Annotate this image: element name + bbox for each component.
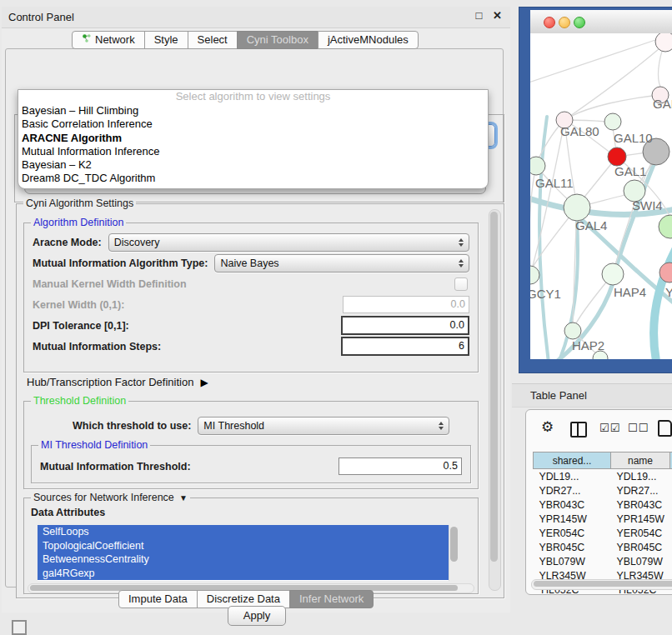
combo-stepper-icon [459, 259, 464, 268]
tab-jactivemnodules[interactable]: jActiveMNodules [318, 31, 419, 49]
mi-steps-input[interactable]: 6 [341, 337, 469, 356]
algorithm-select-placeholder: Select algorithm to view settings [18, 90, 488, 104]
network-node-gal1[interactable] [608, 148, 626, 166]
tab-label: Style [154, 33, 178, 46]
settings-scrollbar[interactable] [489, 209, 501, 591]
table-cell: YDL19... [534, 469, 611, 484]
attributes-scrollbar[interactable] [449, 525, 459, 581]
collapse-down-icon: ▼ [177, 493, 188, 502]
algorithm-option[interactable]: Dream8 DC_TDC Algorithm [18, 172, 488, 185]
network-view-window: GALGAL80GAL10GAL1GAL11SWI4GAL4GCY1HAP4YH… [519, 7, 672, 373]
settings-gear-icon[interactable]: ⚙ [541, 418, 554, 436]
table-row[interactable]: YDR27...YDR27...12 [534, 483, 672, 498]
tab-infer-network[interactable]: Infer Network [289, 590, 374, 608]
table-cell: YBR045C [611, 540, 670, 554]
algorithm-definition-group: Algorithm Definition Aracne Mode: Discov… [23, 222, 479, 372]
select-none-unchecked-icon[interactable]: ☐☐ [628, 422, 649, 434]
mi-steps-label: Mutual Information Steps: [33, 341, 161, 352]
aracne-mode-select[interactable]: Discovery [108, 233, 469, 252]
control-panel-title: Control Panel [8, 11, 74, 23]
table-row[interactable]: YBR045CYBR045C9. [534, 540, 672, 554]
network-node-hap2[interactable] [564, 322, 581, 339]
algorithm-dropdown-popup: Select algorithm to view settings Bayesi… [18, 89, 489, 189]
network-node-gcy1[interactable] [530, 266, 539, 284]
table-hscrollbar-thumb[interactable] [534, 581, 672, 587]
mi-type-select[interactable]: Naive Bayes [214, 254, 469, 272]
network-node[interactable] [655, 33, 672, 52]
table-hscrollbar[interactable] [531, 579, 672, 590]
sources-legend-text: Sources for Network Inference [33, 492, 174, 503]
which-threshold-label: Which threshold to use: [73, 420, 191, 432]
network-icon [82, 33, 92, 46]
split-columns-icon[interactable] [570, 422, 587, 438]
table-row[interactable]: YDL19...YDL19...13 [534, 469, 672, 484]
table-cell: YBR043C [534, 498, 611, 512]
apply-button[interactable]: Apply [228, 606, 286, 626]
algorithm-option[interactable]: Mutual Information Inference [18, 145, 488, 158]
network-window-titlebar[interactable] [530, 10, 672, 33]
sources-group: Sources for Network Inference ▼ Data Att… [23, 498, 479, 594]
data-attributes-list: SelfLoopsTopologicalCoefficientBetweenne… [38, 525, 449, 581]
network-node-gal10[interactable] [604, 113, 621, 130]
node-label: GAL [653, 97, 672, 111]
dpi-tolerance-input[interactable]: 0.0 [341, 316, 469, 335]
network-node-gal4[interactable] [564, 194, 590, 221]
tab-select[interactable]: Select [188, 31, 238, 49]
kernel-width-input[interactable]: 0.0 [343, 296, 469, 313]
table-cell: YPR145W [534, 512, 611, 526]
attribute-item[interactable]: BetweennessCentrality [38, 552, 449, 567]
expand-right-icon: ▶ [200, 377, 208, 388]
column-header[interactable]: name [611, 452, 670, 469]
hub-definition-label: Hub/Transcription Factor Definition [27, 376, 193, 388]
file-icon[interactable] [658, 420, 672, 437]
attribute-item[interactable]: TopologicalCoefficient [38, 539, 449, 553]
sources-legend[interactable]: Sources for Network Inference ▼ [31, 492, 190, 503]
cyni-settings-legend: Cyni Algorithm Settings [23, 198, 136, 209]
network-node-hap4[interactable] [602, 263, 624, 285]
network-node[interactable] [659, 215, 672, 238]
tab-network[interactable]: Network [72, 31, 145, 49]
table-cell: YBR043C [611, 498, 670, 512]
mi-threshold-input[interactable]: 0.5 [339, 458, 462, 475]
tab-label: Impute Data [128, 592, 188, 605]
algorithm-option[interactable]: Basic Correlation Inference [18, 118, 488, 131]
algorithm-option[interactable]: ARACNE Algorithm [18, 132, 488, 145]
minimize-traffic-light-icon[interactable] [559, 17, 570, 28]
collapsed-panel-button[interactable] [12, 620, 27, 635]
attribute-item[interactable]: SelfLoops [38, 525, 449, 539]
screen: Control Panel □ ✕ NetworkStyleSelectCyni… [0, 0, 672, 635]
table-panel-title: Table Panel [530, 389, 587, 402]
manual-kernel-checkbox[interactable] [454, 278, 468, 291]
node-label: GAL80 [560, 124, 599, 138]
hub-definition-expander[interactable]: Hub/Transcription Factor Definition ▶ [27, 376, 208, 388]
algorithm-option[interactable]: Bayesian – K2 [18, 158, 488, 172]
settings-scrollbar-thumb[interactable] [490, 212, 498, 562]
node-label: GAL1 [614, 164, 646, 178]
tab-impute-data[interactable]: Impute Data [118, 590, 198, 608]
float-window-icon[interactable]: □ [476, 9, 483, 22]
algorithm-option[interactable]: Bayesian – Hill Climbing [18, 104, 488, 118]
table-cell: YBR045C [534, 540, 611, 554]
zoom-traffic-light-icon[interactable] [574, 17, 585, 28]
network-canvas[interactable]: GALGAL80GAL10GAL1GAL11SWI4GAL4GCY1HAP4YH… [530, 33, 672, 359]
node-label: Y [665, 285, 672, 299]
table-cell: YPR145W [611, 512, 670, 526]
table-row[interactable]: YPR145WYPR145W9. [534, 512, 672, 526]
which-threshold-value: MI Threshold [203, 420, 439, 432]
kernel-width-label: Kernel Width (0,1): [33, 299, 124, 311]
select-all-checked-icon[interactable]: ☑☑ [599, 422, 620, 434]
tab-cyni-toolbox[interactable]: Cyni Toolbox [237, 31, 318, 49]
table-row[interactable]: YBR043CYBR043C [534, 498, 672, 512]
tab-label: Cyni Toolbox [247, 33, 308, 46]
which-threshold-select[interactable]: MI Threshold [198, 417, 449, 435]
network-node-gal11[interactable] [530, 157, 545, 175]
algorithm-definition-legend: Algorithm Definition [31, 217, 126, 228]
tab-style[interactable]: Style [144, 31, 188, 49]
column-header[interactable]: shared... [534, 452, 611, 469]
table-row[interactable]: YER054CYER054C8. [534, 526, 672, 540]
attributes-scrollbar-thumb[interactable] [450, 527, 458, 562]
close-traffic-light-icon[interactable] [544, 17, 555, 28]
attribute-item[interactable]: gal4RGexp [38, 567, 449, 581]
table-row[interactable]: YBL079WYBL079W [534, 554, 672, 568]
close-panel-icon[interactable]: ✕ [493, 9, 502, 22]
